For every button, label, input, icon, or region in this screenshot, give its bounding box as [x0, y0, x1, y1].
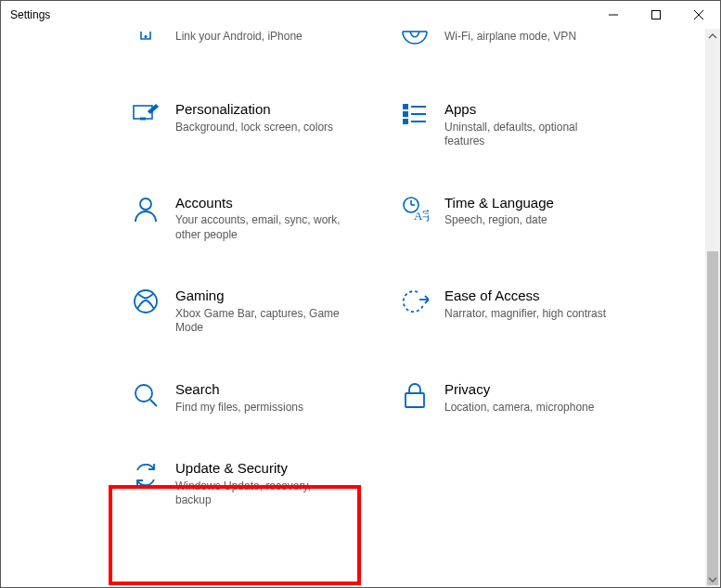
tile-text: Privacy Location, camera, microphone: [433, 380, 594, 415]
empty-cell: [391, 455, 641, 512]
minimize-button[interactable]: [592, 1, 635, 29]
titlebar: Settings: [1, 1, 720, 29]
tile-desc: Xbox Game Bar, captures, Game Mode: [175, 307, 342, 336]
svg-line-22: [150, 400, 157, 406]
tile-desc: Link your Android, iPhone: [175, 30, 303, 45]
tile-desc: Uninstall, defaults, optional features: [444, 121, 612, 149]
tile-desc: Background, lock screen, colors: [175, 121, 333, 135]
svg-rect-10: [404, 120, 407, 123]
sync-icon: [127, 459, 164, 489]
tile-update-security[interactable]: Update & Security Windows Update, recove…: [122, 455, 372, 512]
tile-label: Accounts: [175, 194, 342, 212]
svg-text:A字: A字: [414, 209, 429, 223]
svg-point-19: [135, 290, 157, 313]
tile-text: Link your Android, iPhone: [164, 29, 303, 45]
tile-label: Ease of Access: [444, 287, 606, 305]
tile-gaming[interactable]: Gaming Xbox Game Bar, captures, Game Mod…: [122, 283, 372, 339]
time-language-icon: A字: [396, 194, 433, 224]
svg-rect-23: [406, 393, 424, 407]
globe-icon: [396, 29, 433, 56]
tile-ease-of-access[interactable]: Ease of Access Narrator, magnifier, high…: [391, 283, 641, 339]
tile-label: Apps: [444, 100, 612, 119]
tile-phone[interactable]: Link your Android, iPhone: [122, 29, 372, 59]
scroll-down-arrow-icon[interactable]: [705, 572, 720, 587]
tile-label: Search: [175, 380, 303, 399]
tile-text: Ease of Access Narrator, magnifier, high…: [433, 287, 606, 321]
tile-text: Personalization Background, lock screen,…: [164, 100, 333, 134]
tile-text: Gaming Xbox Game Bar, captures, Game Mod…: [164, 287, 342, 336]
tile-label: Time & Language: [444, 194, 554, 212]
tile-label: Privacy: [444, 380, 594, 399]
tile-desc: Speech, region, date: [444, 213, 554, 228]
tile-desc: Your accounts, email, sync, work, other …: [175, 213, 342, 242]
person-icon: [127, 194, 164, 224]
tile-time-language[interactable]: A字 Time & Language Speech, region, date: [391, 190, 641, 247]
svg-rect-8: [404, 105, 407, 109]
tile-desc: Windows Update, recovery, backup: [175, 479, 342, 508]
svg-point-21: [135, 385, 152, 402]
window-controls: [592, 1, 720, 29]
svg-rect-1: [652, 11, 661, 19]
content-area: Link your Android, iPhone Wi-Fi, airplan…: [1, 29, 705, 587]
tile-text: Update & Security Windows Update, recove…: [164, 459, 342, 508]
apps-list-icon: [396, 100, 433, 128]
tile-text: Wi-Fi, airplane mode, VPN: [433, 29, 576, 45]
tile-label: Gaming: [175, 287, 342, 305]
phone-icon: [127, 29, 164, 56]
tile-label: Update & Security: [175, 459, 342, 478]
maximize-button[interactable]: [635, 1, 677, 29]
tile-desc: Narrator, magnifier, high contrast: [444, 307, 606, 322]
tile-desc: Find my files, permissions: [175, 401, 303, 415]
tile-accounts[interactable]: Accounts Your accounts, email, sync, wor…: [122, 190, 372, 247]
svg-rect-9: [404, 112, 407, 116]
window-title: Settings: [10, 8, 50, 21]
settings-grid: Link your Android, iPhone Wi-Fi, airplan…: [1, 29, 705, 540]
tile-network[interactable]: Wi-Fi, airplane mode, VPN: [391, 29, 641, 59]
settings-window: Settings: [0, 0, 721, 588]
tile-text: Accounts Your accounts, email, sync, wor…: [164, 194, 342, 243]
svg-point-14: [140, 198, 151, 210]
vertical-scrollbar[interactable]: [705, 29, 720, 587]
tile-desc: Wi-Fi, airplane mode, VPN: [444, 30, 576, 45]
scroll-thumb[interactable]: [707, 251, 718, 585]
svg-point-4: [145, 36, 147, 38]
tile-search[interactable]: Search Find my files, permissions: [122, 377, 372, 418]
search-icon: [127, 380, 164, 408]
tile-privacy[interactable]: Privacy Location, camera, microphone: [391, 377, 641, 418]
xbox-icon: [127, 287, 164, 314]
close-button[interactable]: [677, 1, 720, 29]
ease-of-access-icon: [396, 287, 433, 314]
tile-text: Time & Language Speech, region, date: [433, 194, 554, 228]
tile-apps[interactable]: Apps Uninstall, defaults, optional featu…: [391, 96, 641, 153]
tile-desc: Location, camera, microphone: [444, 401, 594, 415]
tile-text: Search Find my files, permissions: [164, 380, 303, 415]
tile-label: Personalization: [175, 100, 333, 119]
paintbrush-icon: [127, 100, 164, 128]
scroll-up-arrow-icon[interactable]: [705, 29, 720, 44]
tile-personalization[interactable]: Personalization Background, lock screen,…: [122, 96, 372, 153]
tile-text: Apps Uninstall, defaults, optional featu…: [433, 100, 612, 149]
lock-icon: [396, 380, 433, 410]
